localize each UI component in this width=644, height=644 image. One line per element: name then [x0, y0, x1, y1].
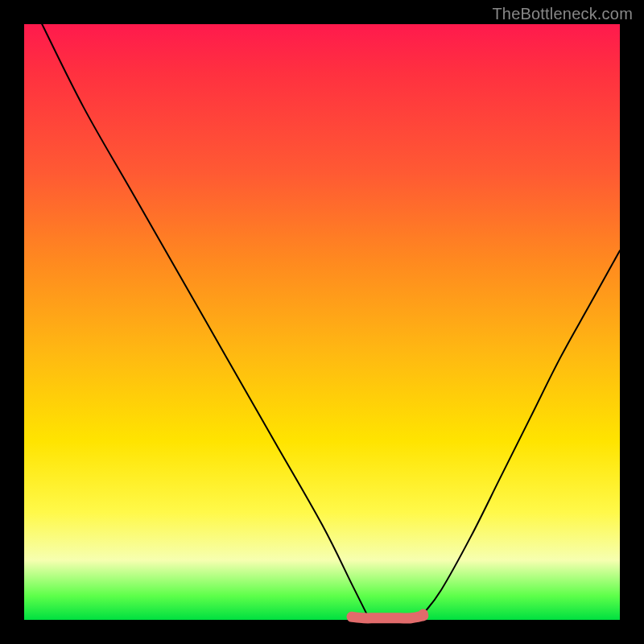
accent-dot — [419, 609, 428, 619]
plot-area — [24, 24, 620, 620]
attribution-text: TheBottleneck.com — [492, 5, 633, 23]
marker-band-path — [352, 616, 423, 618]
right-curve-path — [423, 250, 620, 613]
chart-svg — [24, 24, 620, 620]
chart-frame: TheBottleneck.com — [0, 0, 644, 644]
marker-band-group — [352, 616, 423, 618]
left-curve-path — [42, 24, 366, 614]
curves-group — [42, 24, 620, 614]
